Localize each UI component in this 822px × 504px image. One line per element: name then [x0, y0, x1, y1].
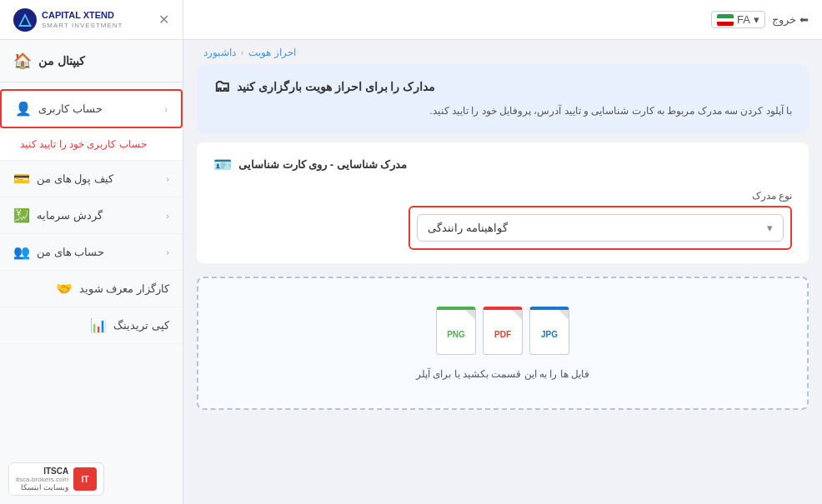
upload-area[interactable]: JPG PDF PNG فایل ها را به این قسمت بکشید…	[197, 277, 809, 410]
sidebar-item-accounts[interactable]: ‹ حساب های من 👥	[0, 234, 183, 271]
sidebar-item-wallet-content: کیف پول های من 💳	[13, 171, 113, 187]
id-card-icon: 🪪	[213, 156, 232, 174]
sidebar-item-account[interactable]: ‹ حساب کاربری 👤	[0, 89, 183, 128]
breadcrumb-home[interactable]: احراز هویت	[248, 47, 295, 58]
chevron-icon: ‹	[166, 174, 169, 184]
header-left: ⬅ خروج ▾ FA	[711, 11, 809, 28]
user-icon: 👤	[15, 101, 32, 117]
sidebar: ✕ CAPITAL XTEND SMART INVESTMENT کیپتال …	[0, 0, 183, 504]
breadcrumb-dashboard[interactable]: داشبورد	[203, 47, 236, 58]
sidebar-item-copy-trading-content: کپی تریدینگ 📊	[90, 317, 169, 333]
chevron-icon: ‹	[166, 211, 169, 221]
language-selector[interactable]: ▾ FA	[711, 11, 765, 28]
info-banner: مدارک را برای احراز هویت بارگزاری کنید 🗂…	[197, 65, 809, 132]
upload-format-icons: JPG PDF PNG	[436, 307, 569, 355]
my-capital-section: کیپتال من 🏠	[0, 40, 183, 82]
sidebar-item-verify-account[interactable]: حساب کاربری خود را تایید کنید ➡	[0, 128, 183, 161]
sidebar-item-capital-flow[interactable]: ‹ گردش سرمایه 💹	[0, 197, 183, 234]
exit-icon: ⬅	[799, 13, 809, 26]
brand-name: CAPITAL XTEND	[42, 10, 123, 21]
sidebar-item-referral-label: کارگزار معرف شوید	[79, 282, 169, 295]
referral-icon: 🤝	[56, 281, 73, 297]
info-banner-description: با آپلود کردن سه مدرک مربوط به کارت شناس…	[213, 102, 792, 121]
breadcrumb-separator: ›	[241, 48, 243, 57]
sidebar-item-capital-flow-content: گردش سرمایه 💹	[13, 207, 103, 223]
brand-logo: CAPITAL XTEND SMART INVESTMENT	[13, 8, 123, 32]
document-icon: 🗂	[213, 77, 230, 96]
sidebar-item-account-content: حساب کاربری 👤	[15, 101, 103, 117]
flag-icon	[717, 14, 734, 26]
chevron-icon: ‹	[164, 104, 168, 114]
jpg-icon: JPG	[529, 307, 569, 355]
copy-trading-icon: 📊	[90, 317, 107, 333]
png-icon: PNG	[436, 307, 476, 355]
sidebar-item-copy-trading-label: کپی تریدینگ	[113, 319, 169, 332]
chevron-down-icon: ▾	[767, 222, 773, 234]
upload-doc-label: مدارک را برای احراز هویت بارگزاری کنید	[237, 80, 435, 93]
sidebar-item-verify-label: حساب کاربری خود را تایید کنید	[20, 137, 147, 152]
sidebar-item-wallet[interactable]: ‹ کیف پول های من 💳	[0, 161, 183, 197]
pdf-icon: PDF	[483, 307, 523, 355]
step-section: مدرک شناسایی - روی کارت شناسایی 🪪 نوع مد…	[197, 142, 809, 263]
exit-label: خروج	[772, 13, 796, 26]
capital-flow-icon: 💹	[13, 207, 30, 223]
sidebar-header: ✕ CAPITAL XTEND SMART INVESTMENT	[0, 0, 183, 40]
lang-label: FA	[737, 13, 750, 26]
sidebar-item-wallet-label: کیف پول های من	[37, 172, 113, 185]
sidebar-nav: ‹ حساب کاربری 👤 حساب کاربری خود را تایید…	[0, 82, 183, 504]
chevron-down-icon: ▾	[754, 13, 759, 26]
breadcrumb: احراز هویت › داشبورد	[183, 40, 822, 65]
sidebar-item-copy-trading[interactable]: کپی تریدینگ 📊	[0, 307, 183, 344]
my-capital-label: کیپتال من	[38, 54, 85, 67]
doc-type-label: نوع مدرک	[752, 190, 792, 202]
exit-button[interactable]: ⬅ خروج	[772, 13, 809, 26]
sidebar-item-referral-content: کارگزار معرف شوید 🤝	[56, 281, 169, 297]
wallet-icon: 💳	[13, 171, 30, 187]
doc-type-dropdown[interactable]: ▾ گواهینامه رانندگی	[408, 206, 792, 250]
upload-text: فایل ها را به این قسمت بکشید یا برای آپل…	[416, 368, 589, 380]
doc-type-selected: گواهینامه رانندگی	[428, 222, 508, 234]
top-header: ⬅ خروج ▾ FA	[183, 0, 822, 40]
home-icon: 🏠	[13, 52, 32, 70]
sidebar-item-accounts-content: حساب های من 👥	[13, 244, 104, 260]
close-button[interactable]: ✕	[158, 12, 169, 27]
sidebar-item-accounts-label: حساب های من	[37, 246, 104, 258]
sidebar-item-account-label: حساب کاربری	[38, 102, 103, 115]
sidebar-item-capital-flow-label: گردش سرمایه	[37, 209, 103, 222]
brand-sub: SMART INVESTMENT	[42, 22, 123, 29]
info-banner-title: مدارک را برای احراز هویت بارگزاری کنید 🗂	[213, 77, 792, 96]
chevron-icon: ‹	[166, 247, 169, 257]
step-title: مدرک شناسایی - روی کارت شناسایی 🪪	[213, 156, 792, 174]
doc-type-select-value[interactable]: ▾ گواهینامه رانندگی	[417, 214, 784, 242]
step-label: مدرک شناسایی - روی کارت شناسایی	[238, 158, 407, 171]
sidebar-item-referral[interactable]: کارگزار معرف شوید 🤝	[0, 271, 183, 307]
accounts-icon: 👥	[13, 244, 30, 260]
brand-icon	[13, 8, 37, 32]
